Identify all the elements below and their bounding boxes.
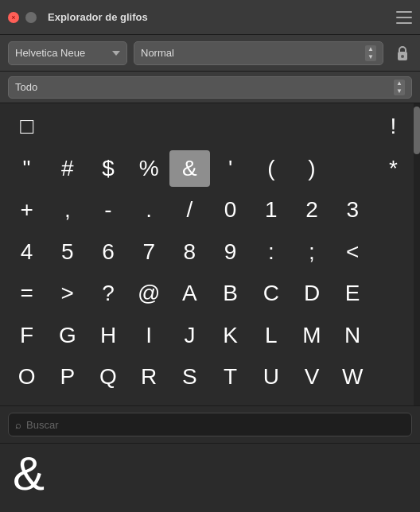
stepper-up-button[interactable]: ▲ bbox=[365, 45, 376, 53]
glyph-cell[interactable] bbox=[373, 275, 414, 312]
glyph-cell[interactable] bbox=[88, 108, 128, 145]
glyph-cell[interactable]: 7 bbox=[129, 234, 169, 270]
glyph-cell[interactable]: ! bbox=[373, 108, 414, 145]
style-selector[interactable]: Normal ▲ ▼ bbox=[134, 41, 383, 65]
glyph-cell[interactable]: > bbox=[47, 275, 88, 312]
menu-icon[interactable] bbox=[396, 11, 412, 24]
font-dropdown-arrow-icon bbox=[112, 51, 120, 56]
scrollbar-track[interactable] bbox=[414, 103, 420, 405]
glyph-cell[interactable]: ; bbox=[291, 234, 332, 270]
glyph-grid: □!"#$%&'()*+,-./0123456789:;<=>?@ABCDEFG… bbox=[6, 108, 414, 401]
glyph-cell[interactable]: E bbox=[332, 275, 373, 312]
glyph-cell[interactable]: W bbox=[332, 359, 373, 395]
glyph-cell[interactable]: . bbox=[129, 192, 169, 228]
glyph-cell[interactable] bbox=[373, 359, 414, 395]
lock-icon[interactable] bbox=[393, 41, 412, 65]
glyph-cell[interactable] bbox=[129, 108, 169, 145]
minimize-button[interactable] bbox=[25, 12, 37, 23]
glyph-cell[interactable]: K bbox=[210, 317, 251, 354]
glyph-cell[interactable]: % bbox=[129, 150, 169, 187]
glyph-cell[interactable]: U bbox=[251, 359, 291, 395]
glyph-cell[interactable]: P bbox=[47, 359, 88, 395]
glyph-cell[interactable]: L bbox=[251, 317, 291, 354]
category-label: Todo bbox=[15, 81, 391, 93]
glyph-cell[interactable]: 2 bbox=[291, 192, 332, 228]
font-selector[interactable]: Helvetica Neue bbox=[8, 41, 127, 65]
glyph-cell[interactable]: 1 bbox=[251, 192, 291, 228]
glyph-cell[interactable]: H bbox=[88, 317, 128, 354]
glyph-cell[interactable] bbox=[251, 108, 291, 145]
style-stepper[interactable]: ▲ ▼ bbox=[365, 45, 376, 61]
glyph-cell[interactable]: / bbox=[169, 192, 210, 228]
glyph-cell[interactable]: : bbox=[251, 234, 291, 270]
glyph-cell[interactable] bbox=[332, 150, 373, 187]
glyph-cell[interactable] bbox=[373, 317, 414, 354]
glyph-cell[interactable]: ? bbox=[88, 275, 128, 312]
search-input-wrapper: ⌕ bbox=[8, 413, 412, 436]
glyph-cell[interactable]: S bbox=[169, 359, 210, 395]
close-button[interactable]: × bbox=[8, 12, 19, 23]
glyph-cell[interactable]: + bbox=[6, 192, 47, 228]
glyph-cell[interactable] bbox=[373, 192, 414, 228]
glyph-cell[interactable]: R bbox=[129, 359, 169, 395]
glyph-cell[interactable]: ( bbox=[251, 150, 291, 187]
glyph-cell[interactable] bbox=[47, 108, 88, 145]
category-stepper-down-button[interactable]: ▼ bbox=[394, 87, 405, 95]
glyph-cell[interactable]: " bbox=[6, 150, 47, 187]
glyph-cell[interactable]: B bbox=[210, 275, 251, 312]
category-selector[interactable]: Todo ▲ ▼ bbox=[8, 76, 412, 99]
glyph-cell[interactable]: I bbox=[129, 317, 169, 354]
glyph-cell[interactable]: N bbox=[332, 317, 373, 354]
toolbar-row1: Helvetica Neue Normal ▲ ▼ bbox=[0, 35, 420, 72]
glyph-cell[interactable]: & bbox=[169, 150, 210, 187]
glyph-cell[interactable]: 5 bbox=[47, 234, 88, 270]
glyph-cell[interactable]: 8 bbox=[169, 234, 210, 270]
glyph-cell[interactable]: ' bbox=[210, 150, 251, 187]
preview-glyph: & bbox=[13, 450, 45, 498]
glyph-cell[interactable]: F bbox=[6, 317, 47, 354]
glyph-cell[interactable]: O bbox=[6, 359, 47, 395]
glyph-cell[interactable]: = bbox=[6, 275, 47, 312]
search-icon: ⌕ bbox=[15, 419, 21, 431]
glyph-cell[interactable]: T bbox=[210, 359, 251, 395]
glyph-cell[interactable]: □ bbox=[6, 108, 47, 145]
glyph-cell[interactable]: 6 bbox=[88, 234, 128, 270]
glyph-area: □!"#$%&'()*+,-./0123456789:;<=>?@ABCDEFG… bbox=[0, 103, 420, 405]
glyph-cell[interactable]: # bbox=[47, 150, 88, 187]
glyph-cell[interactable] bbox=[332, 108, 373, 145]
glyph-cell[interactable] bbox=[210, 108, 251, 145]
glyph-cell[interactable] bbox=[291, 108, 332, 145]
glyph-cell[interactable]: 0 bbox=[210, 192, 251, 228]
glyph-cell[interactable]: M bbox=[291, 317, 332, 354]
glyph-cell[interactable]: , bbox=[47, 192, 88, 228]
glyph-cell[interactable]: < bbox=[332, 234, 373, 270]
glyph-cell[interactable] bbox=[373, 234, 414, 270]
glyph-cell[interactable]: G bbox=[47, 317, 88, 354]
traffic-lights: × bbox=[8, 12, 37, 23]
glyph-cell[interactable]: ) bbox=[291, 150, 332, 187]
scrollbar-thumb[interactable] bbox=[414, 107, 420, 154]
glyph-cell[interactable]: J bbox=[169, 317, 210, 354]
glyph-cell[interactable]: A bbox=[169, 275, 210, 312]
glyph-cell[interactable]: $ bbox=[88, 150, 128, 187]
font-name-label: Helvetica Neue bbox=[15, 47, 107, 59]
glyph-cell[interactable] bbox=[169, 108, 210, 145]
glyph-cell[interactable]: 9 bbox=[210, 234, 251, 270]
stepper-down-button[interactable]: ▼ bbox=[365, 53, 376, 61]
glyph-cell[interactable]: 3 bbox=[332, 192, 373, 228]
glyph-cell[interactable]: V bbox=[291, 359, 332, 395]
preview-area: & bbox=[0, 443, 420, 504]
glyph-cell[interactable]: 4 bbox=[6, 234, 47, 270]
glyph-cell[interactable]: C bbox=[251, 275, 291, 312]
glyph-cell[interactable]: - bbox=[88, 192, 128, 228]
search-input[interactable] bbox=[26, 419, 405, 431]
category-stepper-up-button[interactable]: ▲ bbox=[394, 80, 405, 87]
svg-point-1 bbox=[401, 55, 404, 58]
glyph-cell[interactable]: @ bbox=[129, 275, 169, 312]
glyph-cell[interactable]: Q bbox=[88, 359, 128, 395]
glyph-cell[interactable]: * bbox=[373, 150, 414, 187]
toolbar-row2: Todo ▲ ▼ bbox=[0, 72, 420, 103]
category-stepper[interactable]: ▲ ▼ bbox=[394, 80, 405, 95]
search-bar: ⌕ bbox=[0, 405, 420, 443]
glyph-cell[interactable]: D bbox=[291, 275, 332, 312]
